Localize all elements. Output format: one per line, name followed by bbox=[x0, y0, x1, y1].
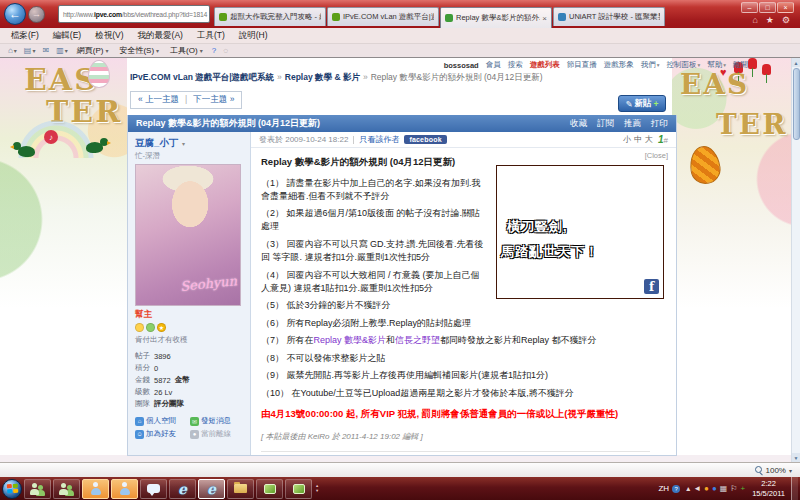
chevron-down-icon: ▾ bbox=[657, 62, 660, 68]
userbar-link[interactable]: 控制面板▾ bbox=[666, 60, 700, 70]
home-icon[interactable]: ⌂▾ bbox=[6, 46, 19, 55]
app-tray-icon[interactable]: ● bbox=[712, 485, 717, 493]
page-scrollbar[interactable]: ▲ ▼ bbox=[791, 58, 800, 462]
mail-icon[interactable]: ✉ bbox=[40, 46, 51, 55]
language-indicator[interactable]: ZH ? bbox=[658, 484, 680, 493]
explorer-folder-icon[interactable] bbox=[227, 479, 254, 499]
scrollbar-thumb[interactable] bbox=[793, 68, 800, 140]
antivirus-icon[interactable]: + bbox=[741, 485, 746, 493]
zoom-control[interactable]: 100% ▾ bbox=[752, 466, 792, 475]
browser-tab[interactable]: UNiART 設計學校 - 匯聚業界... bbox=[553, 7, 665, 26]
favorites-star-icon[interactable]: ★ bbox=[766, 15, 774, 25]
author-action-2[interactable]: ✉發短消息 bbox=[190, 416, 243, 426]
address-bar[interactable]: http://www.ipve.com/bbs/viewthread.php?t… bbox=[58, 5, 210, 23]
rule-text: （6） 所有Replay必須附上教學.Replay的貼封貼處理 bbox=[261, 318, 471, 328]
rule-text: 和 bbox=[386, 335, 395, 345]
spin-down-icon[interactable]: ▾ bbox=[316, 489, 318, 494]
browser-tab[interactable]: 超獸大作戰完整入門攻略 - 網... bbox=[214, 7, 326, 26]
browser-tab[interactable]: Replay 數學&影片的額外...× bbox=[440, 7, 552, 28]
author-name-link[interactable]: 豆腐_小丁 ▾ bbox=[135, 137, 243, 150]
action-center-icon[interactable]: ⚐ bbox=[730, 485, 737, 493]
browser-tab[interactable]: IPvE.COM vLan 遊戲平台|遊戲... bbox=[327, 7, 439, 26]
scroll-up-icon[interactable]: ▲ bbox=[792, 58, 800, 67]
tab-close-icon[interactable]: × bbox=[542, 14, 547, 23]
green-app-icon[interactable] bbox=[256, 479, 283, 499]
url-text[interactable]: http://www.ipve.com/bbs/viewthread.php?t… bbox=[63, 11, 207, 18]
font-size-link[interactable]: 大 bbox=[645, 135, 653, 144]
messenger-user-icon[interactable] bbox=[82, 479, 109, 499]
font-size-link[interactable]: 小 bbox=[623, 135, 631, 144]
author-stat-row: 積分0 bbox=[135, 362, 243, 374]
start-button[interactable] bbox=[2, 479, 22, 499]
home-icon[interactable]: ⌂ bbox=[752, 15, 757, 25]
chat-window-icon[interactable] bbox=[140, 479, 167, 499]
logged-in-username[interactable]: bossosad bbox=[444, 61, 479, 70]
scroll-down-icon[interactable]: ▼ bbox=[792, 453, 800, 462]
facebook-share-button[interactable]: facebook bbox=[404, 135, 446, 144]
command-button[interactable]: 安全性(S)▾ bbox=[115, 45, 163, 56]
taskbar-clock[interactable]: 2:22 15/5/2011 bbox=[752, 479, 785, 499]
userbar-link[interactable]: 我們▾ bbox=[641, 60, 660, 70]
messenger-contacts-icon[interactable] bbox=[24, 479, 51, 499]
ad-close-link[interactable]: [Close] bbox=[645, 151, 668, 160]
ad-banner-image[interactable]: 橫刀豎劍, 馬踏亂世天下！ f bbox=[496, 165, 664, 299]
feed-icon[interactable]: ▤▾ bbox=[22, 46, 38, 55]
internet-explorer-icon[interactable]: e bbox=[169, 479, 196, 499]
board-link[interactable]: Replay 數學&影片 bbox=[314, 335, 387, 345]
back-button[interactable]: ← bbox=[4, 3, 26, 25]
userbar-link[interactable]: 遊戲列表 bbox=[530, 60, 560, 70]
userbar-link[interactable]: 會員 bbox=[486, 60, 501, 70]
userbar-link[interactable]: 離開 bbox=[733, 60, 748, 70]
next-topic-link[interactable]: 下一主題 » bbox=[193, 94, 234, 106]
messenger-user2-icon[interactable] bbox=[111, 479, 138, 499]
thread-post-table: Replay 數學&影片的額外規則 (04月12日更新) 收藏訂閱推薦打印 豆腐… bbox=[127, 115, 677, 456]
messenger-contacts2-icon[interactable] bbox=[53, 479, 80, 499]
menu-item[interactable]: 說明(H) bbox=[232, 30, 275, 42]
internet-explorer-active-icon[interactable]: e bbox=[198, 479, 225, 499]
menu-item[interactable]: 編輯(E) bbox=[46, 30, 88, 42]
author-action-1[interactable]: ⌂個人空間 bbox=[135, 416, 188, 426]
author-action-4[interactable]: ●當前離線 bbox=[190, 429, 243, 439]
board-link[interactable]: 信長之野望 bbox=[395, 335, 440, 345]
messenger-tray-icon[interactable]: ● bbox=[704, 485, 709, 493]
menu-item[interactable]: 工具(T) bbox=[190, 30, 232, 42]
show-desktop-button[interactable] bbox=[791, 477, 798, 500]
green-app2-icon[interactable] bbox=[285, 479, 312, 499]
userbar-link[interactable]: 遊戲形象 bbox=[604, 60, 634, 70]
new-post-button[interactable]: ✎ 新貼 + bbox=[618, 95, 666, 112]
close-button[interactable]: × bbox=[777, 2, 794, 13]
author-avatar[interactable]: Seohyun bbox=[135, 164, 241, 306]
userbar-link[interactable]: 節目直播 bbox=[567, 60, 597, 70]
breadcrumb-segment[interactable]: Replay 數學 & 影片 bbox=[285, 72, 360, 82]
userbar-link[interactable]: 搜索 bbox=[508, 60, 523, 70]
facebook-icon[interactable]: f bbox=[644, 279, 659, 294]
print-icon[interactable]: ▥▾ bbox=[54, 46, 70, 55]
font-size-link[interactable]: 中 bbox=[634, 135, 642, 144]
volume-icon[interactable]: ◄ bbox=[693, 485, 701, 493]
menu-item[interactable]: 檢視(V) bbox=[88, 30, 130, 42]
menu-item[interactable]: 檔案(F) bbox=[4, 30, 46, 42]
forward-button[interactable]: → bbox=[28, 6, 45, 23]
breadcrumb-segment[interactable]: IPvE.COM vLan 遊戲平台|遊戲吧系統 bbox=[130, 72, 274, 82]
maximize-button[interactable]: □ bbox=[759, 2, 776, 13]
network-icon[interactable]: ▦ bbox=[720, 485, 728, 493]
userbar-link[interactable]: 幫助▾ bbox=[707, 60, 726, 70]
addon-status-icon[interactable]: ◌ bbox=[221, 46, 230, 55]
ime-help-icon[interactable]: ? bbox=[672, 485, 680, 493]
thread-action-link[interactable]: 推薦 bbox=[624, 118, 641, 130]
minimize-button[interactable]: – bbox=[741, 2, 758, 13]
settings-gear-icon[interactable]: ⚙ bbox=[782, 15, 790, 25]
command-button[interactable]: 網頁(P)▾ bbox=[73, 45, 113, 56]
author-action-3[interactable]: ☺加為好友 bbox=[135, 429, 188, 439]
taskbar-spinner[interactable]: ▴ ▾ bbox=[316, 484, 318, 493]
hidden-icons-icon[interactable]: ▴ bbox=[686, 485, 690, 493]
only-author-link[interactable]: 只看該作者 bbox=[359, 134, 399, 145]
menu-item[interactable]: 我的最愛(A) bbox=[131, 30, 190, 42]
help-icon[interactable]: ? bbox=[210, 46, 218, 55]
thread-action-link[interactable]: 收藏 bbox=[570, 118, 587, 130]
breadcrumb-segment[interactable]: Replay 數學&影片的額外規則 (04月12日更新) bbox=[371, 72, 543, 82]
command-button[interactable]: 工具(O)▾ bbox=[166, 45, 207, 56]
thread-action-link[interactable]: 打印 bbox=[651, 118, 668, 130]
prev-topic-link[interactable]: « 上一主題 bbox=[138, 94, 179, 106]
thread-action-link[interactable]: 訂閱 bbox=[597, 118, 614, 130]
